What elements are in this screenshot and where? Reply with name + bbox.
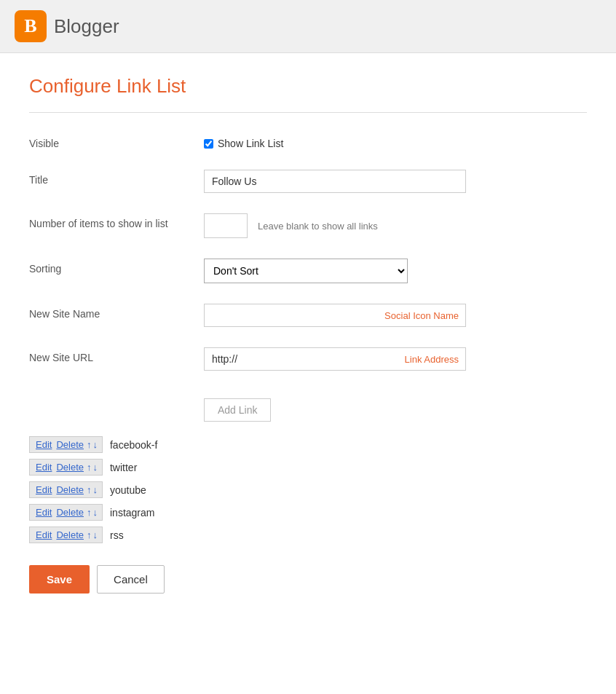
- list-item: Edit Delete ↑ ↓ twitter: [29, 459, 587, 476]
- new-site-url-input[interactable]: [204, 347, 466, 371]
- new-site-url-label: New Site URL: [29, 347, 204, 363]
- delete-link-button[interactable]: Delete: [55, 484, 85, 495]
- move-down-icon[interactable]: ↓: [92, 507, 98, 518]
- visible-control: Show Link List: [204, 138, 283, 149]
- title-control: [204, 170, 587, 193]
- new-site-name-input[interactable]: [204, 304, 466, 327]
- list-item: Edit Delete ↑ ↓ facebook-f: [29, 436, 587, 453]
- add-link-row: Add Link: [29, 391, 587, 422]
- links-list: Edit Delete ↑ ↓ facebook-f Edit Delete ↑…: [29, 436, 587, 543]
- link-actions: Edit Delete ↑ ↓: [29, 481, 103, 498]
- num-items-helper: Leave blank to show all links: [258, 221, 378, 232]
- move-down-icon[interactable]: ↓: [92, 439, 98, 450]
- page-title: Configure Link List: [29, 75, 587, 98]
- title-input[interactable]: [204, 170, 466, 193]
- number-row: Leave blank to show all links: [204, 213, 587, 238]
- main-content: Configure Link List Visible Show Link Li…: [0, 53, 616, 694]
- edit-link-button[interactable]: Edit: [34, 462, 53, 473]
- link-actions: Edit Delete ↑ ↓: [29, 459, 103, 476]
- title-row: Title: [29, 170, 587, 193]
- save-button[interactable]: Save: [29, 565, 90, 594]
- visible-label: Visible: [29, 138, 204, 149]
- move-down-icon[interactable]: ↓: [92, 484, 98, 495]
- link-actions: Edit Delete ↑ ↓: [29, 527, 103, 543]
- num-items-label: Number of items to show in list: [29, 213, 204, 229]
- sorting-control: Don't Sort Alphabetical Reverse Alphabet…: [204, 259, 587, 283]
- list-item: Edit Delete ↑ ↓ youtube: [29, 481, 587, 498]
- cancel-button[interactable]: Cancel: [97, 565, 165, 594]
- show-link-list-checkbox[interactable]: [204, 139, 213, 149]
- move-up-icon[interactable]: ↑: [87, 507, 92, 518]
- link-name: twitter: [110, 462, 137, 473]
- sorting-label: Sorting: [29, 259, 204, 275]
- move-down-icon[interactable]: ↓: [92, 462, 98, 473]
- header: B Blogger: [0, 0, 616, 53]
- new-site-url-row: New Site URL Link Address: [29, 347, 587, 371]
- new-site-name-label: New Site Name: [29, 304, 204, 320]
- move-up-icon[interactable]: ↑: [87, 439, 92, 450]
- sorting-row: Sorting Don't Sort Alphabetical Reverse …: [29, 259, 587, 283]
- link-name: instagram: [110, 507, 154, 518]
- move-up-icon[interactable]: ↑: [87, 462, 92, 473]
- app-name: Blogger: [54, 15, 119, 38]
- link-name: rss: [110, 529, 124, 541]
- site-url-wrapper: Link Address: [204, 347, 466, 371]
- divider: [29, 112, 587, 113]
- title-label: Title: [29, 170, 204, 186]
- visible-row: Visible Show Link List: [29, 135, 587, 149]
- delete-link-button[interactable]: Delete: [55, 507, 85, 518]
- edit-link-button[interactable]: Edit: [34, 507, 53, 518]
- list-item: Edit Delete ↑ ↓ rss: [29, 527, 587, 543]
- link-name: facebook-f: [110, 439, 157, 451]
- link-actions: Edit Delete ↑ ↓: [29, 436, 103, 453]
- move-down-icon[interactable]: ↓: [92, 529, 98, 540]
- move-up-icon[interactable]: ↑: [87, 529, 92, 540]
- new-site-name-row: New Site Name Social Icon Name: [29, 304, 587, 327]
- num-items-input[interactable]: [204, 213, 248, 238]
- edit-link-button[interactable]: Edit: [34, 439, 53, 450]
- add-link-button[interactable]: Add Link: [204, 398, 271, 422]
- num-items-control: Leave blank to show all links: [204, 213, 587, 238]
- site-name-wrapper: Social Icon Name: [204, 304, 466, 327]
- new-site-url-control: Link Address: [204, 347, 587, 371]
- move-up-icon[interactable]: ↑: [87, 484, 92, 495]
- link-actions: Edit Delete ↑ ↓: [29, 504, 103, 521]
- sorting-select[interactable]: Don't Sort Alphabetical Reverse Alphabet…: [204, 259, 408, 283]
- link-name: youtube: [110, 484, 146, 496]
- delete-link-button[interactable]: Delete: [55, 462, 85, 473]
- delete-link-button[interactable]: Delete: [55, 439, 85, 450]
- new-site-name-control: Social Icon Name: [204, 304, 587, 327]
- delete-link-button[interactable]: Delete: [55, 529, 85, 540]
- list-item: Edit Delete ↑ ↓ instagram: [29, 504, 587, 521]
- form-buttons: Save Cancel: [29, 565, 587, 594]
- edit-link-button[interactable]: Edit: [34, 484, 53, 495]
- show-link-list-label[interactable]: Show Link List: [218, 138, 283, 149]
- num-items-row: Number of items to show in list Leave bl…: [29, 213, 587, 238]
- edit-link-button[interactable]: Edit: [34, 529, 53, 540]
- blogger-logo-icon: B: [15, 10, 47, 42]
